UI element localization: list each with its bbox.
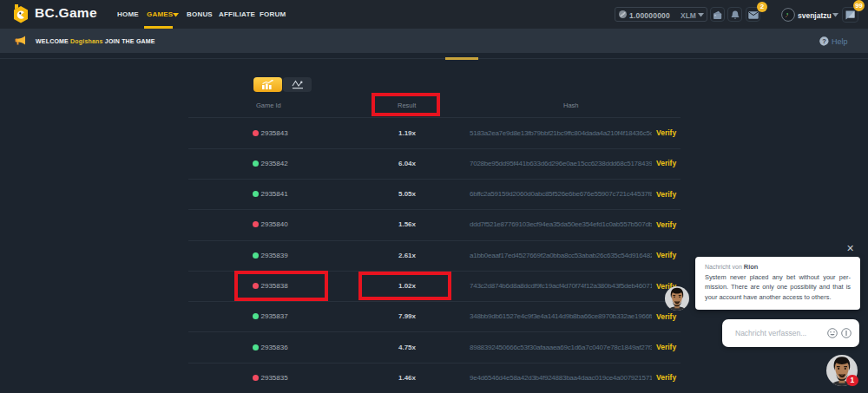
svg-text:?: ? [822, 36, 826, 44]
